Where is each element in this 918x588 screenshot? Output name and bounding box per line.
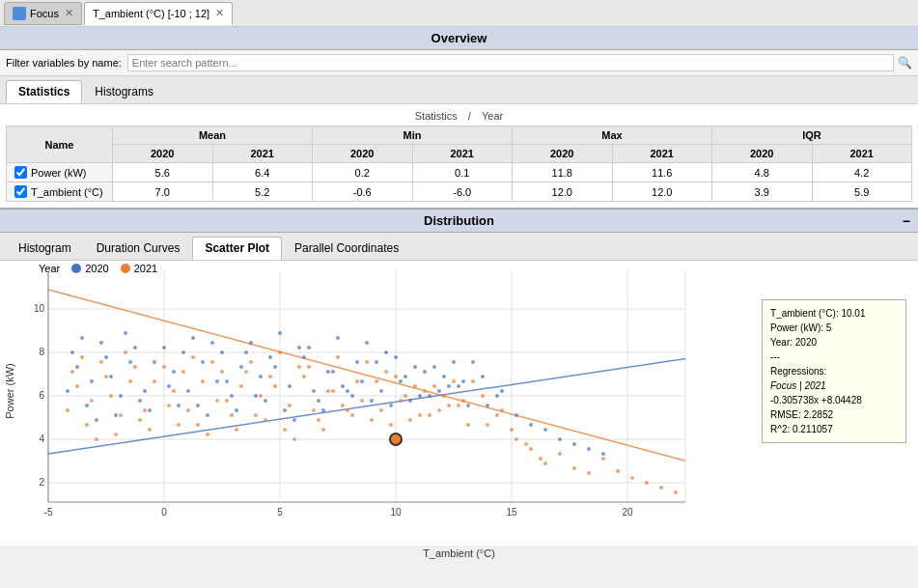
tooltip-box: T_ambient (°C): 10.01 Power (kW): 5 Year… [762, 299, 906, 443]
svg-point-101 [235, 428, 238, 432]
svg-point-62 [500, 408, 504, 412]
tooltip-focus: Focus | 2021 [770, 378, 898, 393]
power-min-2020: 0.2 [313, 163, 413, 182]
col-max-2021: 2021 [612, 145, 712, 163]
svg-point-84 [302, 375, 306, 378]
svg-point-152 [312, 389, 316, 393]
svg-point-161 [442, 375, 446, 378]
svg-point-37 [138, 418, 142, 422]
svg-point-189 [403, 375, 407, 378]
svg-point-203 [292, 418, 296, 422]
tab-focus-label: Focus [30, 8, 59, 19]
power-mean-2021: 6.4 [212, 163, 313, 182]
row-power-checkbox[interactable] [14, 166, 27, 179]
svg-point-200 [249, 341, 253, 345]
svg-point-144 [196, 404, 200, 407]
tab-statistics[interactable]: Statistics [6, 80, 82, 103]
svg-point-45 [254, 413, 258, 417]
tab-duration-curves[interactable]: Duration Curves [84, 237, 193, 260]
svg-point-133 [133, 346, 137, 350]
tab-histograms[interactable]: Histograms [82, 80, 166, 103]
svg-point-199 [235, 408, 238, 412]
svg-point-223 [143, 389, 147, 393]
svg-point-97 [177, 423, 181, 427]
svg-point-91 [403, 394, 407, 398]
svg-point-39 [167, 404, 171, 407]
svg-text:8: 8 [39, 347, 44, 357]
svg-point-218 [70, 350, 74, 354]
svg-point-201 [264, 399, 267, 403]
svg-point-169 [558, 437, 562, 441]
svg-point-85 [317, 418, 320, 422]
svg-point-127 [128, 379, 132, 383]
svg-point-198 [220, 350, 224, 354]
svg-point-59 [457, 404, 460, 407]
tab-focus-close[interactable]: ✕ [65, 7, 73, 19]
svg-point-136 [80, 336, 84, 340]
svg-point-36 [124, 350, 127, 354]
row-tambient-checkbox[interactable] [14, 185, 27, 198]
svg-point-128 [143, 408, 147, 412]
svg-point-27 [90, 399, 94, 403]
svg-point-140 [138, 399, 142, 403]
tambient-max-2021: 12.0 [612, 182, 712, 202]
svg-text:4: 4 [39, 434, 44, 444]
svg-point-197 [206, 413, 209, 417]
tooltip-power: Power (kW): 5 [770, 321, 898, 335]
power-max-2021: 11.6 [612, 163, 712, 182]
svg-point-82 [273, 384, 277, 388]
svg-point-164 [486, 404, 489, 407]
svg-point-107 [321, 428, 325, 432]
svg-point-53 [370, 418, 374, 422]
svg-point-178 [244, 350, 248, 354]
svg-point-95 [461, 399, 465, 403]
tab-tambient-label: T_ambient (°C) [-10 ; 12] [93, 8, 209, 19]
svg-text:5: 5 [277, 507, 283, 518]
svg-point-167 [529, 423, 533, 427]
power-mean-2020: 5.6 [113, 163, 213, 182]
regression-line-2021 [48, 290, 695, 463]
tab-histograms-label: Histograms [95, 85, 153, 98]
svg-point-130 [90, 379, 94, 383]
svg-point-153 [326, 370, 330, 374]
svg-point-47 [283, 428, 287, 432]
svg-point-67 [572, 466, 576, 470]
svg-point-116 [452, 379, 456, 383]
tab-histogram[interactable]: Histogram [6, 237, 84, 260]
tab-focus[interactable]: Focus ✕ [4, 2, 82, 25]
svg-point-217 [495, 394, 499, 398]
svg-point-192 [447, 384, 451, 388]
tambient-iqr-2020: 3.9 [712, 182, 813, 202]
svg-point-207 [350, 394, 354, 398]
svg-point-64 [529, 447, 533, 451]
svg-point-113 [408, 418, 412, 422]
distribution-header: Distribution − [0, 208, 918, 233]
tab-scatter-plot[interactable]: Scatter Plot [192, 237, 282, 260]
tab-tambient[interactable]: T_ambient (°C) [-10 ; 12] ✕ [84, 2, 233, 25]
svg-point-68 [587, 471, 591, 475]
svg-point-108 [336, 355, 340, 359]
svg-point-77 [201, 379, 205, 383]
tooltip-year: Year: 2020 [770, 335, 898, 350]
svg-point-55 [399, 399, 403, 403]
tooltip-r2: R^2: 0.211057 [770, 422, 898, 436]
minimize-button[interactable]: − [903, 213, 910, 229]
svg-point-193 [461, 379, 465, 383]
svg-point-166 [515, 413, 518, 417]
svg-point-83 [288, 404, 292, 407]
svg-point-110 [365, 360, 369, 364]
tab-tambient-close[interactable]: ✕ [215, 7, 224, 19]
chart-area: Year 2020 2021 [0, 261, 918, 546]
tab-parallel-coords[interactable]: Parallel Coordinates [282, 237, 411, 260]
filter-input[interactable] [127, 54, 894, 71]
highlighted-point[interactable] [390, 434, 402, 445]
svg-point-52 [355, 379, 359, 383]
focus-tab-icon [13, 7, 26, 20]
breadcrumb-statistics: Statistics [415, 110, 458, 122]
svg-point-154 [341, 384, 345, 388]
svg-point-204 [307, 346, 311, 350]
tab-histogram-label: Histogram [18, 241, 71, 255]
svg-point-41 [196, 423, 200, 427]
svg-point-134 [148, 408, 152, 412]
svg-point-71 [630, 476, 634, 480]
